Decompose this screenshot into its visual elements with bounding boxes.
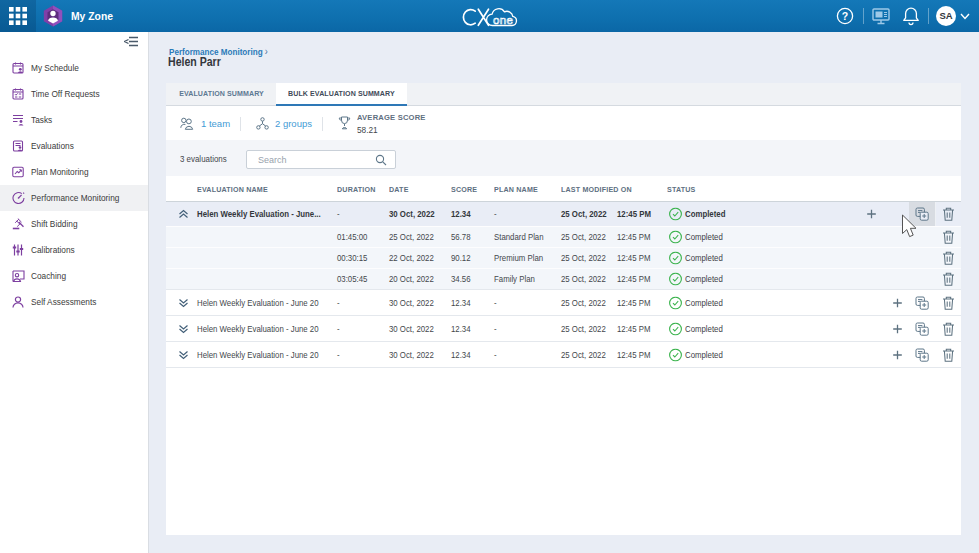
svg-text:?: ?	[842, 10, 848, 22]
svg-text:one: one	[493, 14, 513, 26]
